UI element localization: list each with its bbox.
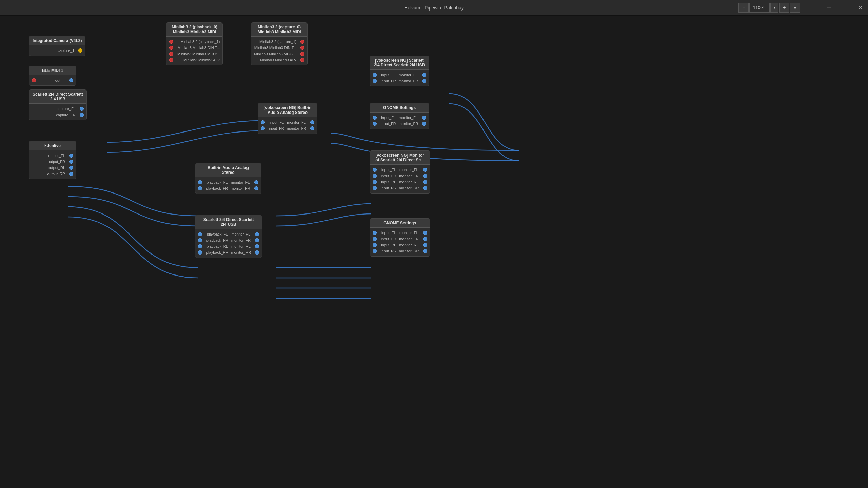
- node-minilab3-playback: Minilab3 2:(playback_0)Minilab3 Minilab3…: [166, 22, 223, 65]
- app-title: Helvum - Pipewire Patchbay: [404, 5, 464, 11]
- port-row: input_FL monitor_FL: [370, 230, 430, 236]
- port-dot-red: [169, 52, 173, 56]
- port-row: input_FR monitor_FR: [370, 78, 429, 84]
- port-dot-red: [169, 40, 173, 44]
- port-row: input_RR monitor_RR: [370, 185, 430, 191]
- port-dot-blue: [198, 238, 202, 242]
- port-dot-blue: [69, 160, 73, 164]
- port-dot-blue: [373, 116, 377, 120]
- port-dot-red: [300, 46, 304, 50]
- port-label: input_FL: [381, 73, 396, 77]
- port-label: monitor_RL: [399, 243, 418, 247]
- port-dot-blue: [261, 120, 265, 124]
- port-label: input_FR: [381, 237, 396, 241]
- port-row: input_FR monitor_FR: [370, 173, 430, 179]
- port-label: capture_FR: [56, 113, 75, 117]
- port-label: capture_1: [58, 48, 74, 53]
- node-ports-integrated-camera: capture_1: [29, 45, 85, 56]
- port-row: capture_FL: [29, 106, 86, 112]
- port-label: Minilab3 Minilab3 DIN T...: [254, 46, 297, 50]
- node-integrated-camera: Integrated Camera (V4L2) capture_1: [29, 36, 85, 56]
- node-voko-scarlett: [vokoscreen NG] Scarlett2i4 Direct Scarl…: [370, 56, 429, 86]
- port-row: capture_1: [29, 47, 85, 54]
- node-title-gnome-settings-bottom: GNOME Settings: [370, 219, 430, 228]
- port-dot-red: [169, 46, 173, 50]
- port-dot-blue: [423, 168, 427, 172]
- port-label: monitor_RR: [399, 186, 419, 190]
- connections-svg: [0, 16, 868, 488]
- port-label: monitor_FR: [287, 126, 306, 130]
- node-builtin-audio: Built-in Audio AnalogStereo playback_FL …: [195, 163, 261, 194]
- node-ble-midi1: BLE MIDI 1 in out: [29, 66, 76, 86]
- zoom-dropdown-button[interactable]: ▾: [770, 3, 778, 13]
- node-gnome-settings-top: GNOME Settings input_FL monitor_FL input…: [370, 103, 429, 129]
- port-dot-blue: [373, 231, 377, 235]
- port-dot-blue: [422, 116, 426, 120]
- port-row: Minilab3 Minilab3 DIN T...: [251, 45, 307, 51]
- node-title-voko-builtin: [vokoscreen NG] Built-inAudio Analog Ste…: [258, 103, 317, 117]
- node-title-gnome-settings-top: GNOME Settings: [370, 103, 429, 113]
- port-row: input_RL monitor_RL: [370, 179, 430, 185]
- node-title-minilab3-capture: Minilab3 2:(capture_0)Minilab3 Minilab3 …: [251, 23, 307, 37]
- zoom-plus-button[interactable]: +: [779, 3, 789, 13]
- port-label: monitor_FR: [231, 186, 250, 190]
- port-row: Minilab3 2:(playback_1): [166, 39, 222, 45]
- port-dot-blue: [69, 154, 73, 158]
- port-row: input_FR monitor_FR: [370, 236, 430, 242]
- port-dot-blue: [198, 232, 202, 236]
- port-row: playback_FR monitor_FR: [195, 185, 261, 191]
- port-label: monitor_FR: [231, 238, 251, 242]
- port-dot-blue: [254, 180, 258, 184]
- port-label: output_RL: [48, 166, 65, 170]
- port-label: monitor_RL: [399, 180, 418, 184]
- port-row: Minilab3 Minilab3 ALV: [166, 57, 222, 63]
- window-controls: ─ □ ✕: [821, 0, 868, 16]
- zoom-minus-button[interactable]: −: [738, 3, 749, 13]
- port-row: playback_RL monitor_RL: [195, 243, 262, 249]
- node-minilab3-capture: Minilab3 2:(capture_0)Minilab3 Minilab3 …: [251, 22, 308, 65]
- port-dot-blue: [373, 122, 377, 126]
- port-row: input_RR monitor_RR: [370, 248, 430, 254]
- maximize-button[interactable]: □: [837, 0, 852, 16]
- port-label: Minilab3 Minilab3 ALV: [260, 58, 296, 62]
- port-label: input_FL: [269, 120, 284, 124]
- port-label: output_FR: [48, 160, 65, 164]
- port-label: input_FR: [381, 79, 396, 83]
- port-label: input_RR: [381, 186, 396, 190]
- close-button[interactable]: ✕: [852, 0, 868, 16]
- node-ports-scarlett-bottom: playback_FL monitor_FL playback_FR monit…: [195, 229, 262, 258]
- port-row: playback_FL monitor_FL: [195, 179, 261, 185]
- port-label: playback_RR: [206, 250, 228, 255]
- port-label: input_FR: [381, 122, 396, 126]
- port-label: capture_FL: [57, 107, 76, 111]
- port-dot-blue: [373, 79, 377, 83]
- port-dot-blue: [198, 250, 202, 255]
- port-label: monitor_RR: [399, 249, 419, 253]
- zoom-menu-button[interactable]: ≡: [790, 3, 800, 13]
- port-dot-blue: [198, 244, 202, 248]
- node-title-builtin-audio: Built-in Audio AnalogStereo: [195, 163, 261, 177]
- node-voko-monitor: [vokoscreen NG] Monitorof Scarlett 2i4 D…: [370, 150, 430, 194]
- port-dot-blue: [255, 250, 259, 255]
- port-label: monitor_FL: [231, 232, 250, 236]
- zoom-controls: − 110% ▾ + ≡: [738, 3, 800, 13]
- port-label: output_RR: [47, 172, 65, 176]
- node-kdenlive: kdenlive output_FL output_FR output_RL o…: [29, 141, 76, 179]
- node-title-integrated-camera: Integrated Camera (V4L2): [29, 36, 85, 45]
- port-dot-red: [300, 58, 304, 62]
- port-dot-blue: [310, 126, 314, 130]
- minimize-button[interactable]: ─: [821, 0, 837, 16]
- port-row: Minilab3 Minilab3 ALV: [251, 57, 307, 63]
- port-label: monitor_FL: [399, 116, 418, 120]
- node-ports-minilab3-capture: Minilab3 2:(capture_1) Minilab3 Minilab3…: [251, 37, 307, 65]
- port-row: Minilab3 Minilab3 MCU/...: [251, 51, 307, 57]
- patchbay-canvas[interactable]: Integrated Camera (V4L2) capture_1 BLE M…: [0, 16, 868, 488]
- port-label: Minilab3 2:(playback_1): [180, 40, 220, 44]
- port-dot-blue: [423, 237, 427, 241]
- port-dot-blue: [261, 126, 265, 130]
- port-row: capture_FR: [29, 112, 86, 118]
- port-label: input_FR: [381, 174, 396, 178]
- port-dot-blue: [310, 120, 314, 124]
- port-dot-blue: [423, 174, 427, 178]
- port-label: Minilab3 Minilab3 DIN T...: [178, 46, 220, 50]
